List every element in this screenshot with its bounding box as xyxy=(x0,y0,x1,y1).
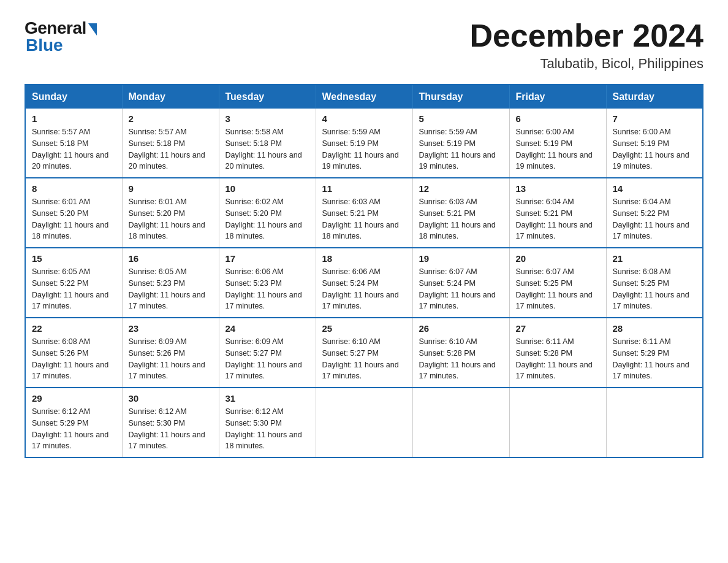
calendar-header-row: Sunday Monday Tuesday Wednesday Thursday… xyxy=(25,85,703,109)
day-info: Sunrise: 6:10 AMSunset: 5:27 PMDaylight:… xyxy=(322,336,406,382)
col-saturday: Saturday xyxy=(606,85,703,109)
calendar-week-row: 15Sunrise: 6:05 AMSunset: 5:22 PMDayligh… xyxy=(25,248,703,318)
calendar-week-row: 8Sunrise: 6:01 AMSunset: 5:20 PMDaylight… xyxy=(25,178,703,248)
col-friday: Friday xyxy=(509,85,606,109)
table-row: 2Sunrise: 5:57 AMSunset: 5:18 PMDaylight… xyxy=(122,109,219,178)
day-number: 31 xyxy=(226,393,309,404)
table-row: 14Sunrise: 6:04 AMSunset: 5:22 PMDayligh… xyxy=(606,178,703,248)
day-info: Sunrise: 5:57 AMSunset: 5:18 PMDaylight:… xyxy=(32,126,116,172)
day-number: 9 xyxy=(129,183,213,194)
table-row: 10Sunrise: 6:02 AMSunset: 5:20 PMDayligh… xyxy=(219,178,316,248)
table-row: 27Sunrise: 6:11 AMSunset: 5:28 PMDayligh… xyxy=(509,318,606,388)
table-row: 20Sunrise: 6:07 AMSunset: 5:25 PMDayligh… xyxy=(509,248,606,318)
table-row: 9Sunrise: 6:01 AMSunset: 5:20 PMDaylight… xyxy=(122,178,219,248)
calendar-title: December 2024 xyxy=(469,18,703,53)
day-number: 14 xyxy=(613,183,697,194)
table-row: 22Sunrise: 6:08 AMSunset: 5:26 PMDayligh… xyxy=(25,318,122,388)
day-info: Sunrise: 6:05 AMSunset: 5:22 PMDaylight:… xyxy=(32,266,116,312)
table-row: 17Sunrise: 6:06 AMSunset: 5:23 PMDayligh… xyxy=(219,248,316,318)
table-row xyxy=(509,388,606,458)
table-row: 25Sunrise: 6:10 AMSunset: 5:27 PMDayligh… xyxy=(316,318,412,388)
day-number: 21 xyxy=(613,253,697,264)
calendar-week-row: 29Sunrise: 6:12 AMSunset: 5:29 PMDayligh… xyxy=(25,388,703,458)
day-info: Sunrise: 6:00 AMSunset: 5:19 PMDaylight:… xyxy=(613,126,697,172)
day-number: 8 xyxy=(32,183,116,194)
table-row: 13Sunrise: 6:04 AMSunset: 5:21 PMDayligh… xyxy=(509,178,606,248)
table-row xyxy=(316,388,412,458)
day-info: Sunrise: 6:12 AMSunset: 5:30 PMDaylight:… xyxy=(226,406,309,452)
day-info: Sunrise: 6:01 AMSunset: 5:20 PMDaylight:… xyxy=(32,196,116,242)
day-info: Sunrise: 6:09 AMSunset: 5:27 PMDaylight:… xyxy=(226,336,309,382)
day-number: 26 xyxy=(419,323,503,334)
table-row: 1Sunrise: 5:57 AMSunset: 5:18 PMDaylight… xyxy=(25,109,122,178)
col-monday: Monday xyxy=(122,85,219,109)
table-row: 24Sunrise: 6:09 AMSunset: 5:27 PMDayligh… xyxy=(219,318,316,388)
day-number: 15 xyxy=(32,253,116,264)
col-thursday: Thursday xyxy=(412,85,509,109)
table-row: 30Sunrise: 6:12 AMSunset: 5:30 PMDayligh… xyxy=(122,388,219,458)
day-info: Sunrise: 6:04 AMSunset: 5:21 PMDaylight:… xyxy=(516,196,600,242)
day-info: Sunrise: 6:07 AMSunset: 5:25 PMDaylight:… xyxy=(516,266,600,312)
day-number: 30 xyxy=(129,393,213,404)
table-row: 4Sunrise: 5:59 AMSunset: 5:19 PMDaylight… xyxy=(316,109,412,178)
table-row: 3Sunrise: 5:58 AMSunset: 5:18 PMDaylight… xyxy=(219,109,316,178)
table-row: 29Sunrise: 6:12 AMSunset: 5:29 PMDayligh… xyxy=(25,388,122,458)
day-info: Sunrise: 6:11 AMSunset: 5:28 PMDaylight:… xyxy=(516,336,600,382)
table-row: 12Sunrise: 6:03 AMSunset: 5:21 PMDayligh… xyxy=(412,178,509,248)
calendar-location: Talubatib, Bicol, Philippines xyxy=(469,56,703,72)
day-number: 22 xyxy=(32,323,116,334)
day-number: 25 xyxy=(322,323,406,334)
day-info: Sunrise: 5:59 AMSunset: 5:19 PMDaylight:… xyxy=(322,126,406,172)
day-info: Sunrise: 6:01 AMSunset: 5:20 PMDaylight:… xyxy=(129,196,213,242)
col-tuesday: Tuesday xyxy=(219,85,316,109)
day-info: Sunrise: 6:06 AMSunset: 5:23 PMDaylight:… xyxy=(226,266,309,312)
day-number: 16 xyxy=(129,253,213,264)
day-info: Sunrise: 6:10 AMSunset: 5:28 PMDaylight:… xyxy=(419,336,503,382)
day-number: 5 xyxy=(419,113,503,124)
day-number: 4 xyxy=(322,113,406,124)
table-row: 28Sunrise: 6:11 AMSunset: 5:29 PMDayligh… xyxy=(606,318,703,388)
table-row: 5Sunrise: 5:59 AMSunset: 5:19 PMDaylight… xyxy=(412,109,509,178)
day-number: 18 xyxy=(322,253,406,264)
day-info: Sunrise: 6:04 AMSunset: 5:22 PMDaylight:… xyxy=(613,196,697,242)
day-info: Sunrise: 6:12 AMSunset: 5:30 PMDaylight:… xyxy=(129,406,213,452)
table-row: 11Sunrise: 6:03 AMSunset: 5:21 PMDayligh… xyxy=(316,178,412,248)
logo-blue-text: Blue xyxy=(26,36,63,55)
calendar-week-row: 1Sunrise: 5:57 AMSunset: 5:18 PMDaylight… xyxy=(25,109,703,178)
day-info: Sunrise: 6:07 AMSunset: 5:24 PMDaylight:… xyxy=(419,266,503,312)
logo: General Blue xyxy=(25,18,97,55)
table-row: 21Sunrise: 6:08 AMSunset: 5:25 PMDayligh… xyxy=(606,248,703,318)
table-row: 26Sunrise: 6:10 AMSunset: 5:28 PMDayligh… xyxy=(412,318,509,388)
day-number: 20 xyxy=(516,253,600,264)
col-wednesday: Wednesday xyxy=(316,85,412,109)
day-info: Sunrise: 6:12 AMSunset: 5:29 PMDaylight:… xyxy=(32,406,116,452)
day-number: 19 xyxy=(419,253,503,264)
table-row: 8Sunrise: 6:01 AMSunset: 5:20 PMDaylight… xyxy=(25,178,122,248)
day-info: Sunrise: 5:58 AMSunset: 5:18 PMDaylight:… xyxy=(226,126,309,172)
day-number: 24 xyxy=(226,323,309,334)
day-number: 10 xyxy=(226,183,309,194)
day-number: 1 xyxy=(32,113,116,124)
table-row: 23Sunrise: 6:09 AMSunset: 5:26 PMDayligh… xyxy=(122,318,219,388)
col-sunday: Sunday xyxy=(25,85,122,109)
table-row: 15Sunrise: 6:05 AMSunset: 5:22 PMDayligh… xyxy=(25,248,122,318)
day-info: Sunrise: 5:57 AMSunset: 5:18 PMDaylight:… xyxy=(129,126,213,172)
day-number: 29 xyxy=(32,393,116,404)
page-header: General Blue December 2024 Talubatib, Bi… xyxy=(25,18,703,72)
day-info: Sunrise: 6:00 AMSunset: 5:19 PMDaylight:… xyxy=(516,126,600,172)
calendar-week-row: 22Sunrise: 6:08 AMSunset: 5:26 PMDayligh… xyxy=(25,318,703,388)
day-info: Sunrise: 6:06 AMSunset: 5:24 PMDaylight:… xyxy=(322,266,406,312)
day-info: Sunrise: 6:03 AMSunset: 5:21 PMDaylight:… xyxy=(322,196,406,242)
table-row: 31Sunrise: 6:12 AMSunset: 5:30 PMDayligh… xyxy=(219,388,316,458)
day-info: Sunrise: 6:11 AMSunset: 5:29 PMDaylight:… xyxy=(613,336,697,382)
day-number: 17 xyxy=(226,253,309,264)
day-number: 6 xyxy=(516,113,600,124)
logo-triangle-icon xyxy=(88,23,97,36)
table-row: 6Sunrise: 6:00 AMSunset: 5:19 PMDaylight… xyxy=(509,109,606,178)
day-number: 13 xyxy=(516,183,600,194)
table-row xyxy=(606,388,703,458)
day-number: 27 xyxy=(516,323,600,334)
day-info: Sunrise: 6:08 AMSunset: 5:26 PMDaylight:… xyxy=(32,336,116,382)
table-row: 19Sunrise: 6:07 AMSunset: 5:24 PMDayligh… xyxy=(412,248,509,318)
day-number: 2 xyxy=(129,113,213,124)
